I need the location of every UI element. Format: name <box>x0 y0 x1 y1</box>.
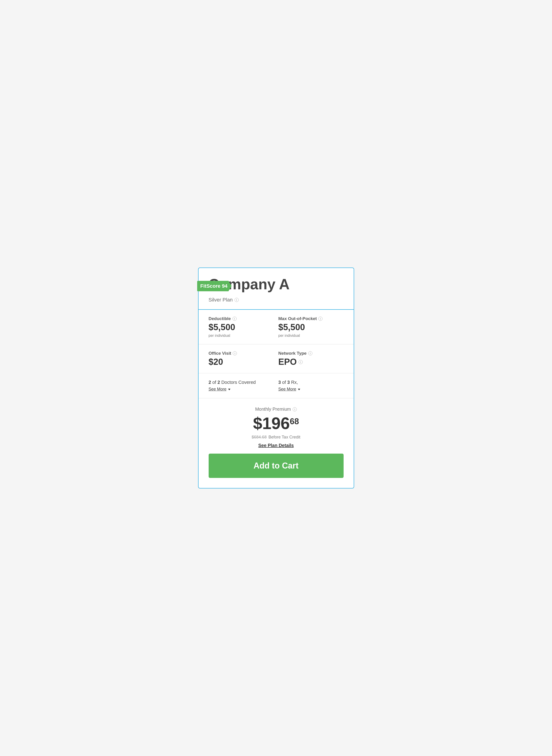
doctors-coverage-text: 2 of 2 Doctors Covered <box>209 380 274 385</box>
details-row-2: Office Visit i $20 Network Type i EPO i <box>198 344 354 374</box>
monthly-premium-info-icon[interactable]: i <box>293 407 297 411</box>
max-oop-label-row: Max Out-of-Pocket i <box>278 316 343 321</box>
deductible-value: $5,500 <box>209 323 274 332</box>
rx-chevron-icon <box>298 389 300 390</box>
office-visit-info-icon[interactable]: i <box>233 351 237 355</box>
coverage-row: 2 of 2 Doctors Covered See More 3 of <box>198 373 354 398</box>
monthly-premium-label: Monthly Premium <box>255 407 291 412</box>
max-oop-info-icon[interactable]: i <box>318 317 322 321</box>
network-type-value-row: EPO i <box>278 357 343 367</box>
network-type-label-row: Network Type i <box>278 351 343 356</box>
premium-price-row: $196 68 <box>253 415 299 431</box>
network-type-cell: Network Type i EPO i <box>278 351 343 367</box>
doctors-label: Doctors Covered <box>221 380 256 385</box>
before-tax-row: $684.68 Before Tax Credit <box>252 435 300 439</box>
fitscore-label: FitScore 94 <box>200 283 228 289</box>
doctors-chevron-icon <box>228 389 231 390</box>
network-type-value: EPO <box>278 357 297 367</box>
plan-name: Silver Plan <box>209 297 233 303</box>
deductible-sub: per individual <box>209 334 274 338</box>
doctors-see-more[interactable]: See More <box>209 387 231 392</box>
office-visit-label-row: Office Visit i <box>209 351 274 356</box>
doctors-of: of <box>212 380 217 385</box>
network-type-label: Network Type <box>278 351 307 356</box>
rx-coverage-text: 3 of 3 Rx, <box>278 380 343 385</box>
before-tax-original: $684.68 <box>252 435 267 439</box>
network-type-value-info-icon[interactable]: i <box>299 360 303 364</box>
monthly-premium-label-row: Monthly Premium i <box>255 407 297 412</box>
rx-label: Rx, <box>291 380 298 385</box>
deductible-cell: Deductible i $5,500 per individual <box>209 316 274 338</box>
page-wrapper: FitScore 94 Company A Silver Plan i Dedu… <box>198 267 354 489</box>
deductible-label-row: Deductible i <box>209 316 274 321</box>
premium-cents: 68 <box>290 417 299 426</box>
deductible-info-icon[interactable]: i <box>233 317 237 321</box>
fitscore-badge: FitScore 94 <box>197 281 232 292</box>
add-to-cart-button[interactable]: Add to Cart <box>209 453 343 478</box>
rx-count: 3 <box>278 380 281 385</box>
rx-coverage-cell: 3 of 3 Rx, See More <box>278 380 343 392</box>
doctors-count: 2 <box>209 380 211 385</box>
rx-of: of <box>282 380 287 385</box>
plan-card: FitScore 94 Company A Silver Plan i Dedu… <box>198 267 354 489</box>
premium-main: $196 <box>253 415 290 431</box>
see-plan-details-link[interactable]: See Plan Details <box>258 443 294 448</box>
max-oop-value: $5,500 <box>278 323 343 332</box>
rx-see-more-label: See More <box>278 387 296 392</box>
card-details: Deductible i $5,500 per individual Max O… <box>198 310 354 488</box>
rx-total: 3 <box>287 380 290 385</box>
plan-name-row: Silver Plan i <box>209 297 343 303</box>
max-oop-sub: per individual <box>278 334 343 338</box>
deductible-label: Deductible <box>209 316 231 321</box>
plan-name-info-icon[interactable]: i <box>235 298 239 302</box>
max-oop-label: Max Out-of-Pocket <box>278 316 317 321</box>
office-visit-label: Office Visit <box>209 351 231 356</box>
rx-see-more[interactable]: See More <box>278 387 300 392</box>
max-oop-cell: Max Out-of-Pocket i $5,500 per individua… <box>278 316 343 338</box>
doctors-total: 2 <box>217 380 220 385</box>
office-visit-cell: Office Visit i $20 <box>209 351 274 367</box>
details-row-1: Deductible i $5,500 per individual Max O… <box>198 310 354 344</box>
office-visit-value: $20 <box>209 357 274 367</box>
before-tax-label: Before Tax Credit <box>269 435 300 439</box>
doctors-coverage-cell: 2 of 2 Doctors Covered See More <box>209 380 274 392</box>
network-type-label-info-icon[interactable]: i <box>308 351 312 355</box>
card-footer: Monthly Premium i $196 68 $684.68 Before… <box>198 398 354 488</box>
doctors-see-more-label: See More <box>209 387 227 392</box>
